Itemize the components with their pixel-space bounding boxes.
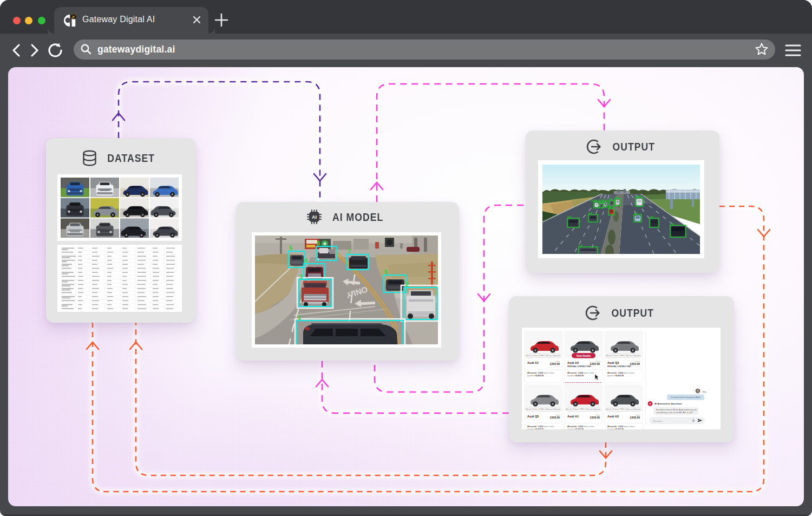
svg-text:48 months | 5,000 miles | Init: 48 months | 5,000 miles | Initial: [567, 426, 594, 428]
svg-text:car: car: [650, 215, 654, 218]
svg-text:£343.56: £343.56: [630, 416, 640, 419]
svg-text:£252.06: £252.06: [630, 362, 640, 365]
svg-text:4: 4: [304, 257, 308, 264]
svg-text:car: car: [609, 197, 614, 200]
svg-text:car: car: [567, 215, 572, 218]
svg-text:PERSONAL CONTRACT HIRE: PERSONAL CONTRACT HIRE: [567, 365, 591, 368]
svg-text:car: car: [579, 244, 584, 247]
svg-text:AI: AI: [312, 214, 317, 220]
svg-text:3: 3: [299, 273, 303, 280]
svg-text:e: e: [650, 402, 651, 405]
svg-text:considering, such as the A3, A: considering, such as the A3, A4, or Q5?: [656, 411, 693, 414]
svg-text:£252.06: £252.06: [550, 362, 560, 365]
svg-text:bus: bus: [603, 198, 608, 201]
svg-text:Diesel | Petrol | PHEV | Manua: Diesel | Petrol | PHEV | Manual | Autom.…: [606, 408, 641, 410]
svg-text:traffic light: traffic light: [590, 199, 604, 202]
svg-text:£343.56: £343.56: [590, 416, 600, 419]
svg-text:48 months | 5,000 miles | Init: 48 months | 5,000 miles | Initial: [527, 372, 554, 374]
svg-text:Audi Q3: Audi Q3: [607, 361, 619, 364]
svg-text:payment £4,402.58: payment £4,402.58: [607, 428, 624, 429]
svg-text:48 months | 5,000 miles | Init: 48 months | 5,000 miles | Initial: [607, 426, 634, 428]
svg-text:car: car: [615, 195, 620, 199]
svg-text:car: car: [608, 205, 613, 208]
svg-text:Audi A3: Audi A3: [607, 415, 619, 418]
svg-text:7: 7: [348, 248, 351, 254]
svg-text:48 months | 5,000 miles | Init: 48 months | 5,000 miles | Initial: [607, 372, 634, 374]
svg-text:48 months | 5,000 miles | Init: 48 months | 5,000 miles | Initial: [527, 426, 554, 428]
svg-text:Audi Q5: Audi Q5: [527, 415, 539, 418]
svg-text:Diesel | Petrol | PHEV | Manua: Diesel | Petrol | PHEV | Manual | Autom.…: [566, 408, 601, 410]
svg-text:5: 5: [289, 245, 292, 251]
svg-text:£252.06: £252.06: [590, 362, 600, 365]
svg-text:Message...: Message...: [653, 420, 664, 422]
svg-text:8: 8: [317, 240, 320, 246]
svg-text:View Details: View Details: [577, 355, 591, 357]
svg-text:You: You: [702, 390, 706, 393]
svg-text:1: 1: [298, 314, 301, 321]
svg-text:Audi A1: Audi A1: [567, 415, 579, 418]
svg-text:payment £4,402.58: payment £4,402.58: [527, 375, 543, 377]
svg-text:truck: truck: [636, 194, 642, 198]
svg-text:payment £4,402.58: payment £4,402.58: [607, 375, 624, 377]
svg-text:Diesel | Petrol | PHEV | Manua: Diesel | Petrol | PHEV | Manual | Autom.…: [606, 355, 641, 357]
svg-text:I'm interested in leasing an A: I'm interested in leasing an Audi.: [671, 396, 701, 399]
svg-text:payment £4,402.58: payment £4,402.58: [567, 375, 584, 377]
svg-text:Audi A3: Audi A3: [567, 361, 579, 364]
svg-text:car: car: [670, 222, 675, 225]
svg-text:payment £4,402.58: payment £4,402.58: [527, 428, 543, 429]
svg-text:car: car: [588, 211, 593, 214]
svg-text:2: 2: [405, 281, 409, 288]
svg-text:PERSONAL CONTRACT HIRE: PERSONAL CONTRACT HIRE: [607, 365, 631, 368]
svg-text:Diesel | Petrol | PHEV | Manua: Diesel | Petrol | PHEV | Manual | Autom.…: [526, 355, 561, 357]
svg-text:Diesel | Petrol | PHEV | Manua: Diesel | Petrol | PHEV | Manual | Autom.…: [526, 408, 561, 410]
svg-text:AI Automotive Assistant: AI Automotive Assistant: [654, 402, 682, 405]
svg-text:6: 6: [384, 269, 388, 275]
svg-text:payment £4,402.58: payment £4,402.58: [567, 428, 584, 429]
svg-text:£343.56: £343.56: [550, 416, 560, 419]
svg-text:48 months | 5,000 miles | Init: 48 months | 5,000 miles | Initial: [567, 372, 594, 374]
svg-text:car: car: [634, 211, 639, 214]
svg-text:Audi A1: Audi A1: [527, 361, 539, 364]
